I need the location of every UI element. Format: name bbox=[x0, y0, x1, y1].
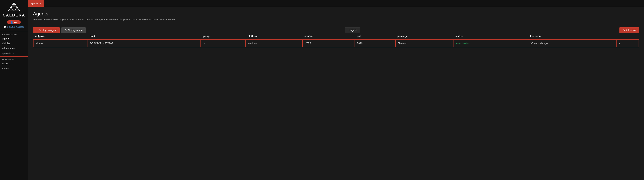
sidebar-item-operations-label: operations bbox=[2, 52, 14, 55]
sidebar-item-atomic[interactable]: atomic bbox=[0, 66, 28, 71]
sidebar: CALDERA 👤 red 💬 1 startup message ■ CAMP… bbox=[0, 0, 28, 180]
sidebar-item-agents-label: agents bbox=[2, 37, 10, 40]
agents-tab[interactable]: agents × bbox=[28, 0, 44, 7]
cell-id: hilomo bbox=[33, 39, 88, 47]
toolbar: + Deploy an agent ⚙ Configuration 1 agen… bbox=[33, 27, 639, 33]
sidebar-item-abilities-label: abilities bbox=[2, 42, 10, 45]
sidebar-item-adversaries[interactable]: adversaries bbox=[0, 46, 28, 51]
sidebar-logo: CALDERA bbox=[3, 2, 25, 17]
col-header-status: status bbox=[453, 33, 528, 39]
table-body: hilomo DESKTOP-MFT970P red windows HTTP … bbox=[33, 39, 639, 47]
campaigns-divider bbox=[0, 32, 28, 32]
cell-group: red bbox=[200, 39, 246, 47]
col-header-last-seen: last seen bbox=[528, 33, 617, 39]
agents-table: id (paw) host group platform contact pid… bbox=[33, 33, 639, 47]
col-header-id: id (paw) bbox=[33, 33, 88, 39]
col-header-pid: pid bbox=[355, 33, 395, 39]
tab-close-icon[interactable]: × bbox=[40, 2, 42, 4]
tab-bar: agents × bbox=[28, 0, 644, 7]
plugins-bullet-icon: ⚙ bbox=[2, 58, 5, 60]
sidebar-item-adversaries-label: adversaries bbox=[2, 47, 15, 50]
deploy-agent-button[interactable]: + Deploy an agent bbox=[33, 27, 60, 33]
user-name: red bbox=[14, 21, 18, 24]
cell-status: alive, trusted bbox=[453, 39, 528, 47]
sidebar-item-abilities[interactable]: abilities bbox=[0, 41, 28, 46]
caldera-logo-icon bbox=[7, 2, 21, 12]
chat-icon: 💬 bbox=[4, 26, 6, 28]
cell-platform: windows bbox=[246, 39, 302, 47]
bullet-icon: ■ bbox=[2, 34, 4, 36]
startup-message-text: 1 startup message bbox=[7, 26, 24, 28]
col-header-platform: platform bbox=[246, 33, 302, 39]
user-badge[interactable]: 👤 red bbox=[7, 20, 21, 24]
sidebar-item-access[interactable]: access bbox=[0, 61, 28, 66]
main-area: agents × Agents You must deploy at least… bbox=[28, 0, 644, 180]
row-expand-icon[interactable]: › bbox=[617, 39, 639, 47]
page-title: Agents bbox=[33, 11, 639, 17]
campaigns-section-label: ■ CAMPAIGNS bbox=[0, 33, 28, 36]
content-divider bbox=[33, 24, 639, 24]
col-header-actions bbox=[617, 33, 639, 39]
content-area: Agents You must deploy at least 1 agent … bbox=[28, 7, 644, 180]
plugins-divider bbox=[0, 56, 28, 57]
plugins-section-label: ⚙ PLUGINS bbox=[0, 57, 28, 61]
table-header: id (paw) host group platform contact pid… bbox=[33, 33, 639, 39]
agent-count-badge: 1 agent bbox=[345, 27, 360, 33]
sidebar-item-agents[interactable]: agents bbox=[0, 36, 28, 41]
sidebar-logo-text: CALDERA bbox=[3, 13, 25, 17]
configuration-button[interactable]: ⚙ Configuration bbox=[62, 27, 86, 33]
status-alive: alive bbox=[456, 42, 461, 45]
cell-contact: HTTP bbox=[302, 39, 355, 47]
startup-message[interactable]: 💬 1 startup message bbox=[4, 26, 24, 28]
user-icon: 👤 bbox=[10, 21, 13, 24]
table-header-row: id (paw) host group platform contact pid… bbox=[33, 33, 639, 39]
status-trusted: trusted bbox=[462, 42, 470, 45]
col-header-contact: contact bbox=[302, 33, 355, 39]
sidebar-item-access-label: access bbox=[2, 62, 10, 65]
config-gear-icon: ⚙ bbox=[64, 29, 67, 31]
page-subtitle: You must deploy at least 1 agent in orde… bbox=[33, 18, 639, 21]
col-header-group: group bbox=[200, 33, 246, 39]
tab-agents-label: agents bbox=[31, 2, 38, 5]
bulk-actions-button[interactable]: Bulk Actions bbox=[620, 27, 639, 33]
cell-host: DESKTOP-MFT970P bbox=[88, 39, 200, 47]
configuration-label: Configuration bbox=[68, 29, 82, 31]
sidebar-item-operations[interactable]: operations bbox=[0, 51, 28, 56]
bulk-actions-label: Bulk Actions bbox=[622, 29, 636, 31]
sidebar-item-atomic-label: atomic bbox=[2, 67, 9, 70]
cell-privilege: Elevated bbox=[396, 39, 453, 47]
agent-count-text: 1 agent bbox=[348, 29, 357, 31]
col-header-host: host bbox=[88, 33, 200, 39]
col-header-privilege: privilege bbox=[396, 33, 453, 39]
cell-pid: 7820 bbox=[355, 39, 395, 47]
deploy-plus-icon: + bbox=[36, 29, 38, 31]
table-row[interactable]: hilomo DESKTOP-MFT970P red windows HTTP … bbox=[33, 39, 639, 47]
cell-last-seen: 38 seconds ago bbox=[528, 39, 617, 47]
deploy-agent-label: Deploy an agent bbox=[38, 29, 56, 31]
